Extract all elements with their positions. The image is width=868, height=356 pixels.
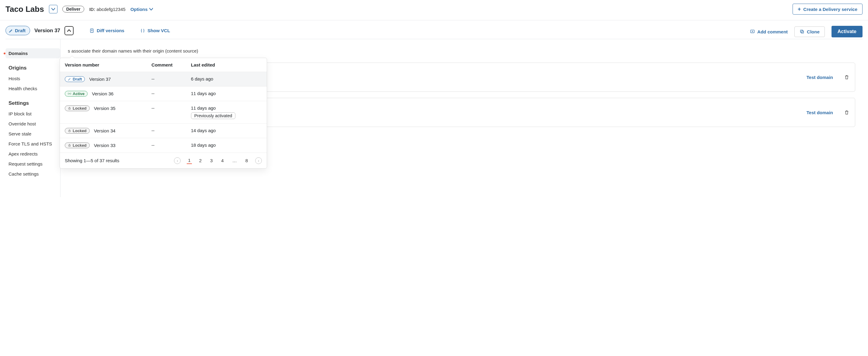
service-type-badge: Deliver — [62, 6, 85, 12]
badge-text: Active — [73, 92, 85, 96]
create-delivery-service-button[interactable]: + Create a Delivery service — [793, 4, 863, 14]
col-version-number: Version number — [65, 62, 151, 67]
pagination: ‹ 1 2 3 4 … 8 › — [174, 157, 262, 164]
results-count: Showing 1—5 of 37 results — [65, 158, 119, 163]
version-row[interactable]: Locked Version 33 -- 18 days ago — [60, 138, 267, 153]
chevron-up-icon — [67, 30, 71, 32]
row-edited: 11 days ago — [191, 105, 262, 111]
row-comment: -- — [151, 91, 191, 96]
sidebar-item-hosts[interactable]: Hosts — [5, 73, 60, 83]
diff-icon — [89, 28, 94, 33]
svg-point-4 — [69, 93, 70, 94]
sidebar-item-health-checks[interactable]: Health checks — [5, 83, 60, 94]
version-actions: Add comment Clone Activate — [750, 26, 863, 37]
service-name: Taco Labs — [5, 5, 44, 14]
service-switcher-toggle[interactable] — [49, 5, 58, 13]
options-label: Options — [130, 7, 148, 12]
svg-rect-6 — [69, 131, 70, 132]
row-comment: -- — [151, 76, 191, 81]
sidebar-item-force-tls[interactable]: Force TLS and HSTS — [5, 139, 60, 149]
show-vcl-label: Show VCL — [148, 28, 170, 33]
svg-rect-5 — [69, 108, 70, 109]
broadcast-icon — [68, 92, 71, 95]
status-badge-locked: Locked — [65, 128, 90, 134]
svg-rect-2 — [801, 30, 803, 33]
diff-label: Diff versions — [97, 28, 124, 33]
version-picker-popover: Version number Comment Last edited Draft… — [60, 58, 267, 169]
version-row[interactable]: Locked Version 34 -- 14 days ago — [60, 123, 267, 138]
col-comment: Comment — [151, 62, 191, 67]
sidebar-heading-settings: Settings — [5, 98, 60, 109]
comment-plus-icon — [750, 29, 755, 34]
trash-icon — [844, 74, 849, 80]
clone-icon — [800, 29, 804, 34]
pencil-icon — [68, 77, 71, 81]
id-value: abcdefg12345 — [97, 7, 126, 12]
lock-icon — [68, 144, 71, 147]
chevron-down-icon — [52, 8, 55, 10]
status-badge-active: Active — [65, 91, 88, 97]
id-label: ID: — [89, 7, 95, 12]
col-last-edited: Last edited — [191, 62, 262, 67]
page-3[interactable]: 3 — [209, 157, 214, 164]
row-version: Version 34 — [94, 128, 116, 133]
sidebar-item-serve-stale[interactable]: Serve stale — [5, 129, 60, 139]
previously-activated-badge: Previously activated — [191, 112, 236, 119]
test-domain-link[interactable]: Test domain — [807, 75, 833, 80]
activate-button[interactable]: Activate — [832, 26, 863, 37]
badge-text: Draft — [73, 77, 82, 81]
row-version: Version 37 — [89, 76, 111, 82]
sidebar-heading-origins: Origins — [5, 63, 60, 73]
plus-icon: + — [798, 6, 801, 12]
version-row[interactable]: Active Version 36 -- 11 days ago — [60, 86, 267, 101]
page-next[interactable]: › — [255, 157, 262, 164]
page-1[interactable]: 1 — [187, 157, 192, 164]
row-edited: 6 days ago — [191, 76, 262, 81]
domains-description: s associate their domain names with thei… — [68, 48, 855, 54]
row-comment: -- — [151, 128, 191, 133]
version-row-container: Draft Version 37 Diff versions Show VCL … — [0, 20, 868, 39]
sidebar-item-request-settings[interactable]: Request settings — [5, 159, 60, 169]
lock-icon — [68, 107, 71, 110]
sidebar-item-ip-block-list[interactable]: IP block list — [5, 109, 60, 119]
sidebar-item-override-host[interactable]: Override host — [5, 119, 60, 129]
test-domain-link[interactable]: Test domain — [807, 110, 833, 115]
row-version: Version 33 — [94, 143, 116, 148]
delete-domain-button[interactable] — [844, 74, 849, 80]
version-row[interactable]: Locked Version 35 -- 11 days ago Previou… — [60, 101, 267, 123]
page-4[interactable]: 4 — [220, 157, 225, 164]
chevron-down-icon — [149, 8, 153, 10]
options-menu[interactable]: Options — [130, 7, 153, 12]
version-picker-toggle[interactable] — [64, 26, 73, 35]
sidebar-item-apex-redirects[interactable]: Apex redirects — [5, 149, 60, 159]
svg-rect-3 — [801, 31, 804, 33]
clone-label: Clone — [807, 29, 819, 34]
row-version: Version 35 — [94, 106, 116, 111]
row-edited: 18 days ago — [191, 142, 262, 148]
badge-text: Draft — [15, 28, 26, 33]
status-badge-draft: Draft — [65, 76, 85, 82]
sidebar-item-domains[interactable]: Domains — [5, 48, 60, 58]
page-2[interactable]: 2 — [198, 157, 203, 164]
row-version: Version 36 — [92, 91, 114, 96]
sidebar: Domains Origins Hosts Health checks Sett… — [5, 39, 60, 197]
row-comment: -- — [151, 105, 191, 111]
show-vcl-link[interactable]: Show VCL — [140, 28, 170, 33]
badge-text: Locked — [73, 129, 87, 133]
row-comment: -- — [151, 142, 191, 148]
page-prev[interactable]: ‹ — [174, 157, 181, 164]
status-badge-locked: Locked — [65, 105, 90, 111]
add-comment-link[interactable]: Add comment — [750, 29, 788, 34]
delete-domain-button[interactable] — [844, 110, 849, 115]
braces-icon — [140, 28, 145, 33]
sidebar-item-cache-settings[interactable]: Cache settings — [5, 169, 60, 179]
page-ellipsis: … — [231, 157, 238, 164]
status-badge-locked: Locked — [65, 142, 90, 148]
pencil-icon — [9, 29, 13, 33]
page-8[interactable]: 8 — [244, 157, 249, 164]
diff-versions-link[interactable]: Diff versions — [89, 28, 124, 33]
clone-button[interactable]: Clone — [795, 27, 825, 37]
row-edited: 11 days ago — [191, 91, 262, 96]
trash-icon — [844, 110, 849, 115]
version-row[interactable]: Draft Version 37 -- 6 days ago — [60, 72, 267, 86]
